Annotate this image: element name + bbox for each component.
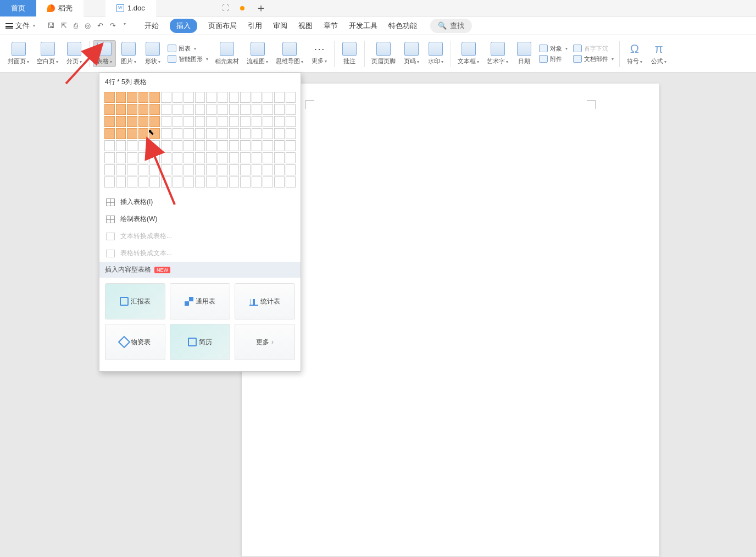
grid-cell[interactable] [104,92,115,103]
tab-home[interactable]: 首页 [0,0,36,16]
grid-cell[interactable] [161,92,171,103]
grid-cell[interactable] [286,152,296,163]
grid-cell[interactable] [149,140,160,151]
mindmap-button[interactable]: 思维导图▾ [273,41,307,67]
grid-cell[interactable] [229,164,240,175]
new-tab-button[interactable]: ＋ [255,1,266,15]
save-icon[interactable]: 🖫 [47,21,54,30]
grid-cell[interactable] [127,152,137,163]
grid-cell[interactable] [206,177,216,187]
undo-icon[interactable]: ↶ [97,21,103,30]
grid-cell[interactable] [138,104,149,115]
tab-review[interactable]: 审阅 [273,21,287,31]
table-button[interactable]: 表格▾ [93,40,116,67]
watermark-button[interactable]: 水印▾ [424,41,447,67]
grid-cell[interactable] [173,152,183,163]
grid-cell[interactable] [104,164,115,175]
grid-cell[interactable] [263,128,273,139]
grid-cell[interactable] [184,92,194,103]
grid-cell[interactable] [116,177,126,187]
tab-reference[interactable]: 引用 [248,21,262,31]
date-button[interactable]: 日期 [513,41,536,67]
grid-cell[interactable] [195,164,205,175]
grid-cell[interactable] [229,104,240,115]
grid-cell[interactable] [149,104,160,115]
grid-cell[interactable] [206,164,216,175]
grid-cell[interactable] [252,92,262,103]
grid-cell[interactable] [127,140,137,151]
grid-cell[interactable] [138,152,149,163]
grid-cell[interactable] [286,128,296,139]
grid-cell[interactable] [149,116,160,127]
grid-cell[interactable] [161,128,171,139]
tab-view[interactable]: 视图 [298,21,313,31]
tpl-stat[interactable]: 统计表 [235,283,295,319]
document-page[interactable] [242,84,659,556]
grid-cell[interactable] [138,128,149,139]
grid-cell[interactable] [252,140,262,151]
grid-cell[interactable] [206,92,216,103]
equation-button[interactable]: π公式▾ [647,41,670,67]
grid-cell[interactable] [173,164,183,175]
grid-cell[interactable] [138,177,149,187]
file-menu[interactable]: 文件▾ [5,21,35,31]
grid-cell[interactable] [229,92,240,103]
grid-cell[interactable] [104,116,115,127]
grid-cell[interactable] [274,177,285,187]
grid-cell[interactable] [184,152,194,163]
tab-dev[interactable]: 开发工具 [349,21,377,31]
grid-cell[interactable] [240,152,251,163]
grid-cell[interactable] [274,140,285,151]
grid-cell[interactable] [127,104,137,115]
grid-cell[interactable] [116,152,126,163]
comment-button[interactable]: 批注 [338,41,361,67]
search-box[interactable]: 🔍 查找 [430,19,472,33]
grid-cell[interactable] [116,140,126,151]
grid-cell[interactable] [138,92,149,103]
grid-cell[interactable] [218,104,228,115]
preview-icon[interactable]: ◎ [85,21,91,30]
grid-cell[interactable] [286,116,296,127]
grid-cell[interactable] [195,140,205,151]
flowchart-button[interactable]: 流程图▾ [243,41,271,67]
grid-cell[interactable] [263,104,273,115]
blank-page-button[interactable]: 空白页▾ [34,41,62,67]
qa-more-icon[interactable]: ▾ [124,21,126,30]
grid-cell[interactable] [149,128,160,139]
grid-cell[interactable] [286,104,296,115]
tab-special[interactable]: 特色功能 [388,21,417,31]
grid-cell[interactable] [263,140,273,151]
chart-button[interactable]: 图表▾ [165,44,210,53]
grid-cell[interactable] [274,152,285,163]
grid-cell[interactable] [274,116,285,127]
redo-icon[interactable]: ↷ [110,21,116,30]
grid-cell[interactable] [184,177,194,187]
grid-cell[interactable] [240,140,251,151]
image-button[interactable]: 图片▾ [117,41,140,67]
grid-cell[interactable] [173,92,183,103]
tab-section[interactable]: 章节 [324,21,338,31]
tab-layout[interactable]: 页面布局 [208,21,237,31]
grid-cell[interactable] [184,104,194,115]
print-icon[interactable]: ⎙ [74,21,78,30]
grid-cell[interactable] [104,152,115,163]
grid-cell[interactable] [206,140,216,151]
grid-cell[interactable] [263,152,273,163]
page-break-button[interactable]: 分页▾ [63,41,86,67]
grid-cell[interactable] [229,140,240,151]
shape-button[interactable]: 形状▾ [141,41,164,67]
more-button[interactable]: ⋯更多▾ [308,41,331,66]
table-grid-picker[interactable] [99,91,301,194]
tab-insert[interactable]: 插入 [170,19,197,33]
grid-cell[interactable] [252,177,262,187]
draw-table-item[interactable]: 绘制表格(W) [99,211,301,228]
grid-cell[interactable] [161,177,171,187]
smartart-button[interactable]: 智能图形▾ [165,54,210,64]
grid-cell[interactable] [195,152,205,163]
grid-cell[interactable] [116,164,126,175]
grid-cell[interactable] [252,152,262,163]
grid-cell[interactable] [138,164,149,175]
grid-cell[interactable] [104,140,115,151]
grid-cell[interactable] [229,128,240,139]
grid-cell[interactable] [149,164,160,175]
